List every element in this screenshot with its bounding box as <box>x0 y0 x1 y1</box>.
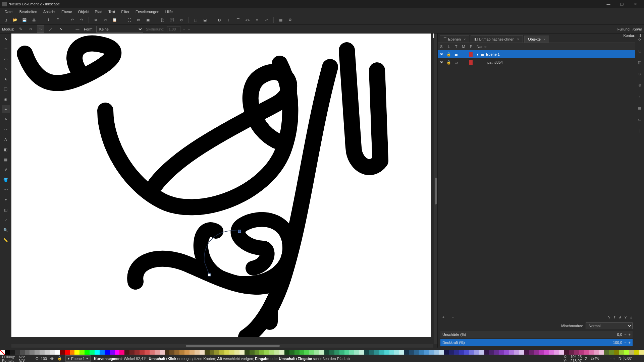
palette-swatch[interactable] <box>359 350 364 355</box>
palette-swatch[interactable] <box>110 350 115 355</box>
menu-text[interactable]: Text <box>106 9 118 14</box>
palette-swatch[interactable] <box>294 350 300 355</box>
blur-slider[interactable]: Unschärfe (%) 0,0 −+ <box>440 331 633 338</box>
tweak-tool-icon[interactable]: 〰 <box>2 186 10 194</box>
menu-datei[interactable]: Datei <box>2 9 16 14</box>
up-icon[interactable]: ∧ <box>619 315 622 319</box>
palette-swatch[interactable] <box>514 350 519 355</box>
redo-icon[interactable]: ↷ <box>78 16 85 24</box>
snap-bb-icon[interactable]: ◫ <box>636 59 643 66</box>
palette-swatch[interactable] <box>554 350 559 355</box>
canvas-area[interactable]: ◰ <box>11 34 437 348</box>
palette-swatch[interactable] <box>115 350 120 355</box>
palette-swatch[interactable] <box>519 350 524 355</box>
palette-swatch[interactable] <box>434 350 439 355</box>
unlink-icon[interactable]: ⊘ <box>177 16 185 24</box>
palette-swatch[interactable] <box>45 350 50 355</box>
canvas[interactable] <box>11 34 431 337</box>
palette-swatch[interactable] <box>439 350 444 355</box>
mode-bezier-icon[interactable]: ✎ <box>17 25 24 33</box>
paste-icon[interactable]: 📋 <box>111 16 118 24</box>
scrollbar-vertical[interactable] <box>434 34 437 344</box>
palette-swatch[interactable] <box>119 350 124 355</box>
palette-swatch[interactable] <box>594 350 599 355</box>
mode-line-icon[interactable]: ／ <box>47 25 54 33</box>
menu-hilfe[interactable]: Hilfe <box>163 9 175 14</box>
palette-swatch[interactable] <box>90 350 95 355</box>
copy-icon[interactable]: ⧉ <box>92 16 100 24</box>
palette-swatch[interactable] <box>79 350 85 355</box>
align-icon[interactable]: ≡ <box>253 16 261 24</box>
mesh-tool-icon[interactable]: ▦ <box>2 156 10 164</box>
opacity-slider[interactable]: Deckkraft (%) 100,0 −+ <box>440 339 633 346</box>
expand-icon[interactable]: ▾ <box>477 52 479 57</box>
palette-swatch[interactable] <box>494 350 499 355</box>
color-swatch[interactable] <box>469 52 473 57</box>
palette-swatch[interactable] <box>479 350 484 355</box>
scrollbar-horizontal[interactable] <box>11 344 433 348</box>
palette-swatch[interactable] <box>250 350 255 355</box>
palette-swatch[interactable] <box>499 350 504 355</box>
cut-icon[interactable]: ✂ <box>102 16 109 24</box>
palette-swatch[interactable] <box>419 350 424 355</box>
layer-selector[interactable]: ▾ Ebene 1 ▾ <box>65 355 91 362</box>
palette-swatch[interactable] <box>50 350 55 355</box>
palette-swatch[interactable] <box>255 350 260 355</box>
no-color-swatch[interactable] <box>0 350 5 355</box>
palette-swatch[interactable] <box>364 350 369 355</box>
palette-swatch[interactable] <box>414 350 419 355</box>
fillstroke-icon[interactable]: ◐ <box>216 16 223 24</box>
palette-swatch[interactable] <box>35 350 40 355</box>
palette-swatch[interactable] <box>105 350 110 355</box>
mode-bspline-icon[interactable]: 〰 <box>37 25 44 33</box>
palette-swatch[interactable] <box>309 350 314 355</box>
palette-swatch[interactable] <box>389 350 394 355</box>
palette-swatch[interactable] <box>464 350 469 355</box>
prefs-icon[interactable]: ⚙ <box>286 16 294 24</box>
palette-swatch[interactable] <box>354 350 359 355</box>
add-layer-button[interactable]: + <box>440 314 446 320</box>
palette-swatch[interactable] <box>169 350 174 355</box>
eye-icon[interactable]: 👁 <box>438 60 445 64</box>
close-button[interactable]: ✕ <box>629 0 642 8</box>
eye-icon[interactable]: 👁 <box>438 52 445 56</box>
palette-swatch[interactable] <box>369 350 374 355</box>
palette-swatch[interactable] <box>239 350 245 355</box>
palette-swatch[interactable] <box>344 350 350 355</box>
menu-ansicht[interactable]: Ansicht <box>41 9 58 14</box>
palette-swatch[interactable] <box>569 350 574 355</box>
palette-swatch[interactable] <box>399 350 404 355</box>
mode-paraxial-icon[interactable]: ⬊ <box>57 25 64 33</box>
palette-swatch[interactable] <box>424 350 429 355</box>
palette-swatch[interactable] <box>85 350 90 355</box>
palette-swatch[interactable] <box>279 350 284 355</box>
palette-swatch[interactable] <box>184 350 190 355</box>
object-row-ebene1[interactable]: 👁 🔓 ☰ ▾☰Ebene 1 <box>438 50 635 58</box>
close-icon[interactable]: × <box>517 37 519 41</box>
tab-objekte[interactable]: Objekte× <box>524 36 549 43</box>
blendmode-select[interactable]: Normal <box>586 322 633 329</box>
palette-swatch[interactable] <box>155 350 160 355</box>
clone-icon[interactable]: ⿸ <box>168 16 175 24</box>
menu-pfad[interactable]: Pfad <box>92 9 105 14</box>
palette-swatch[interactable] <box>10 350 15 355</box>
palette-swatch[interactable] <box>509 350 514 355</box>
gradient-tool-icon[interactable]: ◧ <box>2 145 10 154</box>
save-icon[interactable]: 💾 <box>21 16 28 24</box>
ellipse-tool-icon[interactable]: ○ <box>2 65 10 73</box>
palette-swatch[interactable] <box>160 350 165 355</box>
palette-swatch[interactable] <box>619 350 624 355</box>
palette-swatch[interactable] <box>284 350 289 355</box>
undo-icon[interactable]: ↶ <box>68 16 76 24</box>
palette-swatch[interactable] <box>529 350 534 355</box>
xml-icon[interactable]: <> <box>244 16 251 24</box>
palette-swatch[interactable] <box>639 350 644 355</box>
zoom-sel-icon[interactable]: ⛶ <box>125 16 133 24</box>
group-icon[interactable]: ⬚ <box>192 16 199 24</box>
palette-swatch[interactable] <box>324 350 329 355</box>
lock-toggle-icon[interactable]: 🔓 <box>57 356 62 361</box>
scale-minus[interactable]: − <box>183 27 185 31</box>
object-row-path[interactable]: 👁 🔓 ▭ path8354 <box>438 58 635 66</box>
palette-swatch[interactable] <box>449 350 454 355</box>
status-opacity[interactable]: O:100 <box>36 357 47 361</box>
